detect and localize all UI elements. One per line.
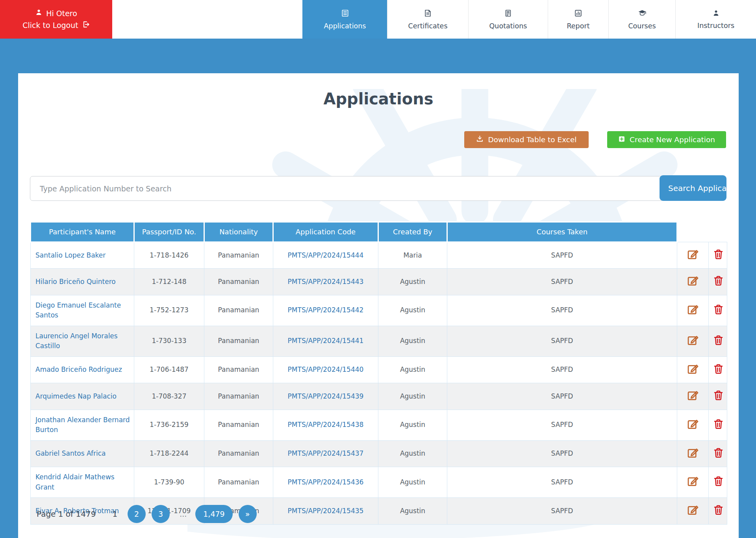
page-button-2[interactable]: 2 <box>128 505 146 523</box>
tab-courses[interactable]: Courses <box>608 0 675 39</box>
edit-cell <box>677 356 709 383</box>
edit-button[interactable] <box>686 274 700 288</box>
participant-name-link[interactable]: Jonathan Alexander Bernard Burton <box>35 416 130 434</box>
delete-button[interactable] <box>712 362 725 375</box>
application-code-cell: PMTS/APP/2024/15436 <box>273 467 378 498</box>
next-page-button[interactable]: » <box>239 505 257 523</box>
participant-name-link[interactable]: Kendrid Aldair Mathews Grant <box>35 473 115 491</box>
table-row: Gabriel Santos Africa 1-718-2244 Panaman… <box>31 440 727 467</box>
search-input[interactable] <box>30 176 663 201</box>
user-panel[interactable]: Hi Otero Click to Logout <box>0 0 112 39</box>
edit-button[interactable] <box>686 503 700 517</box>
edit-cell <box>677 498 709 525</box>
application-code-link[interactable]: PMTS/APP/2024/15442 <box>288 306 364 314</box>
courses-taken-cell: SAPFD <box>447 410 677 440</box>
edit-button[interactable] <box>686 446 700 460</box>
courses-taken-cell: SAPFD <box>447 356 677 383</box>
application-code-link[interactable]: PMTS/APP/2024/15440 <box>288 365 364 373</box>
applications-table-body: Santalio Lopez Baker 1-718-1426 Panamani… <box>31 242 727 524</box>
delete-button[interactable] <box>712 274 725 287</box>
search-button[interactable]: Search Applica <box>660 175 726 201</box>
application-code-link[interactable]: PMTS/APP/2024/15441 <box>288 337 364 345</box>
participant-name-link[interactable]: Santalio Lopez Baker <box>35 251 106 259</box>
page-button-1[interactable]: 1 <box>112 509 117 519</box>
courses-taken-cell: SAPFD <box>447 498 677 525</box>
participant-name-link[interactable]: Diego Emanuel Escalante Santos <box>35 301 121 319</box>
trash-icon <box>713 418 724 430</box>
create-application-button[interactable]: Create New Application <box>607 131 726 148</box>
certificates-icon <box>424 9 432 19</box>
passport-cell: 1-736-2159 <box>134 410 204 440</box>
search-bar: Search Applica <box>30 175 726 201</box>
edit-button[interactable] <box>686 302 700 316</box>
edit-icon <box>687 504 699 516</box>
application-code-link[interactable]: PMTS/APP/2024/15439 <box>288 392 364 400</box>
col-nationality: Nationality <box>204 222 273 242</box>
delete-button[interactable] <box>712 417 725 430</box>
created-by-cell: Agustin <box>378 498 447 525</box>
table-row: Laurencio Angel Morales Castillo 1-730-1… <box>31 326 727 356</box>
participant-name-link[interactable]: Laurencio Angel Morales Castillo <box>35 332 118 350</box>
col-created-by: Created By <box>378 222 447 242</box>
page-button-3[interactable]: 3 <box>152 505 170 523</box>
tab-certificates[interactable]: Certificates <box>387 0 468 39</box>
edit-button[interactable] <box>686 417 700 431</box>
page-title: Applications <box>18 90 739 108</box>
edit-icon <box>687 418 699 430</box>
application-code-link[interactable]: PMTS/APP/2024/15443 <box>288 278 364 286</box>
table-row: Diego Emanuel Escalante Santos 1-752-127… <box>31 295 727 326</box>
participant-name-link[interactable]: Gabriel Santos Africa <box>35 449 106 457</box>
trash-icon <box>713 390 724 401</box>
participant-name-link[interactable]: Arquimedes Nap Palacio <box>35 392 117 400</box>
edit-cell <box>677 440 709 467</box>
application-code-cell: PMTS/APP/2024/15435 <box>273 498 378 525</box>
application-code-link[interactable]: PMTS/APP/2024/15438 <box>288 421 364 429</box>
edit-button[interactable] <box>686 247 700 261</box>
tab-instructors[interactable]: Instructors <box>675 0 756 39</box>
col-passport-id: Passport/ID No. <box>134 222 204 242</box>
courses-taken-cell: SAPFD <box>447 295 677 326</box>
table-row: Hilario Briceño Quintero 1-712-148 Panam… <box>31 269 727 295</box>
edit-button[interactable] <box>686 362 700 376</box>
participant-name-cell: Arquimedes Nap Palacio <box>31 383 134 410</box>
nationality-cell: Panamanian <box>204 295 273 326</box>
courses-icon <box>638 9 647 19</box>
download-excel-button[interactable]: Download Table to Excel <box>464 131 589 148</box>
application-code-link[interactable]: PMTS/APP/2024/15435 <box>288 507 364 515</box>
delete-button[interactable] <box>712 248 725 261</box>
edit-cell <box>677 242 709 269</box>
participant-name-link[interactable]: Hilario Briceño Quintero <box>35 278 116 286</box>
delete-cell <box>709 498 727 525</box>
applications-table: Participant's Name Passport/ID No. Natio… <box>30 221 727 525</box>
application-code-link[interactable]: PMTS/APP/2024/15436 <box>288 478 364 486</box>
nav-spacer <box>112 0 302 39</box>
tab-report[interactable]: Report <box>548 0 608 39</box>
tab-applications[interactable]: Applications <box>302 0 387 39</box>
application-code-link[interactable]: PMTS/APP/2024/15437 <box>288 449 364 457</box>
nationality-cell: Panamanian <box>204 467 273 498</box>
col-courses-taken: Courses Taken <box>447 222 677 242</box>
delete-button[interactable] <box>712 389 725 402</box>
nationality-cell: Panamanian <box>204 269 273 295</box>
tab-applications-label: Applications <box>324 22 366 30</box>
nationality-cell: Panamanian <box>204 440 273 467</box>
delete-button[interactable] <box>712 303 725 316</box>
edit-button[interactable] <box>686 388 700 402</box>
tab-quotations[interactable]: Quotations <box>468 0 548 39</box>
logout-button[interactable]: Click to Logout <box>22 20 89 30</box>
download-excel-label: Download Table to Excel <box>488 135 576 144</box>
delete-button[interactable] <box>712 334 725 347</box>
edit-button[interactable] <box>686 333 700 347</box>
application-code-link[interactable]: PMTS/APP/2024/15444 <box>288 251 364 259</box>
participant-name-cell: Hilario Briceño Quintero <box>31 269 134 295</box>
edit-icon <box>687 303 699 315</box>
edit-button[interactable] <box>686 474 700 488</box>
delete-button[interactable] <box>712 475 725 488</box>
report-icon <box>574 9 582 19</box>
participant-name-link[interactable]: Amado Briceño Rodriguez <box>35 365 122 373</box>
delete-button[interactable] <box>712 503 725 516</box>
page-button-last[interactable]: 1,479 <box>195 505 232 523</box>
user-greeting: Hi Otero <box>35 9 77 18</box>
delete-button[interactable] <box>712 446 725 459</box>
delete-cell <box>709 295 727 326</box>
